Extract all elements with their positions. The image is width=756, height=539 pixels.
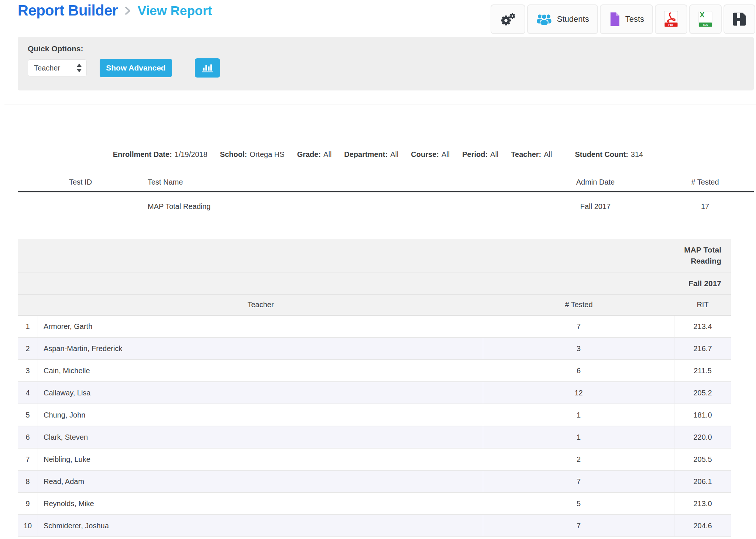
tests-table-header: Test ID Test Name Admin Date # Tested [18,173,754,192]
tests-button[interactable]: Tests [600,4,653,34]
test-name-value: MAP Total Reading [143,202,535,211]
group-by-selected-value: Teacher [34,64,60,72]
filter-period: Period:All [462,149,498,160]
tests-table-row: MAP Total Reading Fall 2017 17 [18,192,754,220]
col-teacher: Teacher [38,295,483,315]
breadcrumb-chevron-icon [124,5,131,16]
show-advanced-button[interactable]: Show Advanced [100,59,172,77]
save-icon [732,11,746,27]
col-admin-date: Admin Date [535,178,656,186]
num-tested-value: 17 [656,202,754,211]
breadcrumb: Report Builder View Report [18,2,212,19]
results-column-header: Teacher # Tested RIT [18,295,731,316]
table-row: 3 Cain, Michelle 6 211.5 [18,360,731,382]
table-row: 4 Callaway, Lisa 12 205.2 [18,382,731,404]
svg-text:PDF: PDF [669,23,674,27]
table-row: 6 Clark, Steven 1 220.0 [18,426,731,449]
admin-date-value: Fall 2017 [535,202,656,211]
chart-view-button[interactable] [195,58,220,78]
table-row: 7 Neibling, Luke 2 205.5 [18,449,731,471]
col-row-number [18,295,38,315]
svg-text:X: X [700,11,705,19]
svg-text:XLS: XLS [703,24,708,26]
page-title[interactable]: Report Builder [18,2,118,19]
select-arrows-icon [76,63,82,73]
tests-button-label: Tests [625,14,644,24]
table-row: 9 Reynolds, Mike 5 213.0 [18,493,731,515]
filter-enrollment-date: Enrollment Date:1/19/2018 [113,149,207,160]
toolbar: Students Tests PDF [491,4,755,34]
filter-school: School:Ortega HS [220,149,285,160]
pdf-file-icon: PDF [664,11,678,28]
table-row: 2 Aspan-Martin, Frederick 3 216.7 [18,338,731,360]
filter-course: Course:All [411,149,450,160]
breadcrumb-current: View Report [138,3,212,18]
table-row: 5 Chung, John 1 181.0 [18,404,731,426]
group-by-select[interactable]: Teacher [28,59,87,76]
tests-summary-table: Test ID Test Name Admin Date # Tested MA… [18,173,754,220]
top-bar: Report Builder View Report [0,0,756,37]
filter-grade: Grade:All [297,149,332,160]
filter-department: Department:All [344,149,398,160]
save-button[interactable] [724,4,755,34]
students-button[interactable]: Students [527,4,598,34]
filter-teacher: Teacher:All [511,149,552,160]
file-icon [609,12,621,27]
cogs-icon [499,11,516,27]
export-pdf-button[interactable]: PDF [655,4,687,34]
table-row: 10 Schmiderer, Joshua 7 204.6 [18,515,731,537]
col-tested: # Tested [483,295,674,315]
quick-options-panel: Quick Options: Teacher Show Advanced [18,37,754,90]
users-icon [536,13,552,25]
bar-chart-icon [201,63,214,73]
report-filter-summary: Enrollment Date:1/19/2018 School:Ortega … [0,149,756,160]
filter-student-count: Student Count:314 [575,149,643,160]
col-num-tested: # Tested [656,178,754,186]
col-rit: RIT [674,295,731,315]
quick-options-controls: Teacher Show Advanced [28,58,744,78]
section-divider [4,104,756,104]
results-test-header: MAP Total Reading [18,239,731,272]
export-excel-button[interactable]: X XLS [689,4,722,34]
results-term-header: Fall 2017 [18,272,731,295]
xls-file-icon: X XLS [698,11,713,28]
col-test-name: Test Name [143,178,535,186]
table-row: 1 Armorer, Garth 7 213.4 [18,316,731,338]
report-builder-page: Report Builder View Report [0,0,756,537]
settings-button[interactable] [491,4,525,34]
table-row: 8 Read, Adam 7 206.1 [18,471,731,493]
quick-options-label: Quick Options: [28,44,744,53]
students-button-label: Students [557,14,589,24]
col-test-id: Test ID [18,178,143,186]
results-table: MAP Total Reading Fall 2017 Teacher # Te… [18,239,731,537]
